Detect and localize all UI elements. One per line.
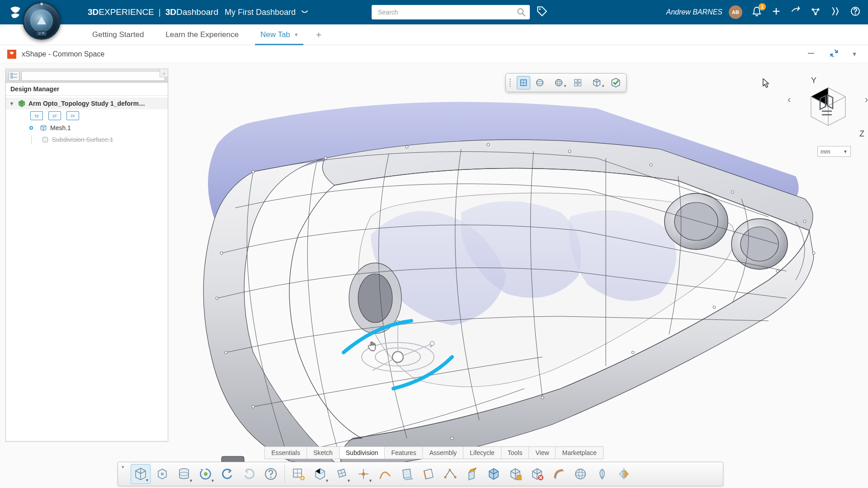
redo-button[interactable] [239, 464, 259, 484]
primitive-box-button[interactable]: ▼ [131, 464, 151, 484]
action-toolbar: ▾ ▼ ▼ ▼ ▼ [118, 462, 723, 486]
tree-item-label: Mesh.1 [50, 124, 71, 131]
apps-icon[interactable] [830, 6, 841, 19]
help-icon[interactable] [850, 6, 861, 19]
svg-rect-48 [11, 76, 13, 78]
leaf-tool-button[interactable] [592, 464, 612, 484]
tab-new-tab[interactable]: New Tab ▾ [250, 24, 309, 45]
add-tab-button[interactable]: ＋ [309, 24, 329, 45]
dropdown-caret-icon[interactable]: ▼ [211, 479, 215, 483]
dropdown-caret-icon[interactable]: ▼ [601, 84, 605, 88]
cat-tab-essentials[interactable]: Essentials [265, 447, 307, 459]
undo-button[interactable] [217, 464, 237, 484]
tab-learn-experience[interactable]: Learn the Experience [155, 24, 250, 45]
tab-getting-started[interactable]: Getting Started [81, 24, 155, 45]
tag-icon[interactable] [536, 5, 548, 19]
dropdown-caret-icon[interactable]: ▼ [368, 479, 373, 483]
grid-add-button[interactable] [288, 464, 308, 484]
sphere-tool-button[interactable] [571, 464, 590, 484]
plane-zx-button[interactable]: zx [66, 111, 79, 120]
box-delete-button[interactable] [527, 464, 547, 484]
toolbar-expand-icon[interactable]: ▾ [122, 464, 129, 470]
search-icon[interactable] [516, 7, 526, 19]
svg-line-77 [424, 471, 426, 479]
cycle-button[interactable]: ▼ [196, 464, 216, 484]
ds-logo-icon [7, 4, 24, 20]
cat-tab-tools[interactable]: Tools [501, 447, 529, 459]
compass-widget[interactable]: V.R [23, 2, 61, 40]
restore-icon[interactable] [829, 48, 839, 60]
widget-title-bar: xShape - Common Space ▾ [0, 45, 868, 63]
cat-tab-features[interactable]: Features [385, 447, 423, 459]
dropdown-caret-icon[interactable]: ▼ [325, 479, 329, 483]
edge-select-button[interactable] [419, 464, 439, 484]
panel-collapse-icon[interactable]: ‹ [160, 69, 168, 77]
face-select-button[interactable] [397, 464, 417, 484]
cat-tab-lifecycle[interactable]: Lifecycle [463, 447, 501, 459]
add-icon[interactable] [771, 6, 781, 18]
primitive-shape-button[interactable]: ▼ [310, 464, 330, 484]
svg-point-36 [776, 270, 779, 272]
design-manager-panel: ‹ Design Manager ▼ Arm Opto_Topology Stu… [5, 69, 168, 441]
plane-yz-button[interactable]: yz [48, 111, 61, 120]
tree-item-mesh[interactable]: Mesh.1 [6, 122, 168, 134]
tree-root-item[interactable]: ▼ Arm Opto_Topology Study 1_deform… [6, 98, 168, 109]
context-toolbar[interactable]: ▼ ▼ [505, 73, 627, 92]
dropdown-caret-icon[interactable]: ▼ [563, 84, 567, 88]
user-name-label[interactable]: Andrew BARNES [666, 8, 723, 16]
nav-left-icon[interactable]: ‹ [788, 94, 791, 106]
search-input[interactable] [372, 5, 530, 19]
tab-label: Getting Started [92, 30, 144, 39]
svg-point-80 [454, 476, 457, 479]
dashboard-name[interactable]: My First Dashboard [225, 8, 296, 17]
cube-view-button[interactable]: ▼ [587, 76, 606, 89]
widget-title: xShape - Common Space [22, 50, 104, 58]
window-menu-chevron-icon[interactable]: ▾ [853, 50, 856, 58]
svg-point-29 [252, 405, 255, 408]
minimize-icon[interactable] [807, 49, 816, 60]
box-mode-button[interactable] [517, 76, 530, 89]
toolbar-grip-icon[interactable] [509, 79, 513, 87]
curve-button[interactable] [375, 464, 395, 484]
extrude-button[interactable] [462, 464, 482, 484]
database-button[interactable]: ▼ [174, 464, 194, 484]
nav-right-icon[interactable]: › [865, 94, 868, 106]
cat-tab-view[interactable]: View [529, 447, 556, 459]
share-icon[interactable] [790, 6, 801, 19]
mirror-button[interactable] [614, 464, 634, 484]
svg-point-15 [741, 227, 778, 261]
avatar[interactable]: AB [729, 5, 742, 19]
cat-tab-marketplace[interactable]: Marketplace [556, 447, 603, 459]
unit-select[interactable]: mm ▼ [817, 146, 851, 157]
svg-point-2 [539, 8, 540, 9]
confirm-button[interactable] [609, 76, 623, 89]
grid-face-button[interactable]: ▼ [332, 464, 352, 484]
globe-mode-button[interactable]: ▼ [549, 76, 568, 89]
box-blue-button[interactable] [484, 464, 504, 484]
tree-caret-icon[interactable]: ▼ [9, 101, 15, 106]
panel-filter-input[interactable] [21, 71, 165, 81]
cat-tab-sketch[interactable]: Sketch [307, 447, 340, 459]
view-cube[interactable] [806, 84, 851, 129]
notification-bell-icon[interactable]: 1 [751, 6, 762, 19]
dropdown-caret-icon[interactable]: ▼ [347, 479, 351, 483]
point-button[interactable]: ▼ [354, 464, 373, 484]
plane-xy-button[interactable]: xy [30, 111, 43, 120]
cat-tab-assembly[interactable]: Assembly [423, 447, 464, 459]
tab-chevron-icon[interactable]: ▾ [295, 31, 298, 38]
tree-item-subd[interactable]: Subdivision Surface.1 [6, 134, 168, 145]
edge-modify-button[interactable] [440, 464, 460, 484]
help-button[interactable] [261, 464, 281, 484]
brand-3d-dash-prefix: 3D [165, 7, 176, 17]
box-orange-button[interactable] [505, 464, 525, 484]
bend-button[interactable] [549, 464, 569, 484]
tree-view-icon[interactable] [9, 71, 19, 81]
sphere-mode-button[interactable] [533, 76, 547, 89]
import-button[interactable] [152, 464, 172, 484]
cat-tab-subdivision[interactable]: Subdivision [340, 447, 385, 459]
dropdown-caret-icon[interactable]: ▼ [145, 478, 149, 483]
dropdown-caret-icon[interactable]: ▼ [189, 479, 193, 483]
settings-mode-button[interactable] [571, 76, 585, 89]
dashboard-chevron-icon[interactable] [301, 7, 308, 17]
collaborate-icon[interactable] [810, 6, 821, 19]
